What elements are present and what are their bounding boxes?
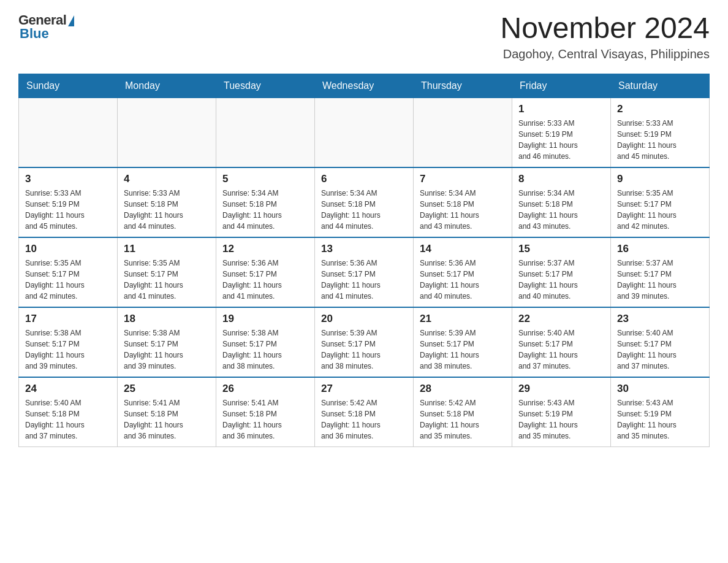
month-title: November 2024: [500, 12, 710, 45]
calendar-cell: 21Sunrise: 5:39 AM Sunset: 5:17 PM Dayli…: [414, 307, 512, 377]
day-info: Sunrise: 5:41 AM Sunset: 5:18 PM Dayligh…: [124, 397, 210, 442]
day-number: 18: [124, 313, 210, 325]
weekday-header-row: SundayMondayTuesdayWednesdayThursdayFrid…: [19, 74, 710, 98]
calendar-body: 1Sunrise: 5:33 AM Sunset: 5:19 PM Daylig…: [19, 98, 710, 446]
day-number: 8: [518, 173, 604, 185]
day-info: Sunrise: 5:40 AM Sunset: 5:17 PM Dayligh…: [617, 327, 703, 372]
day-info: Sunrise: 5:42 AM Sunset: 5:18 PM Dayligh…: [321, 397, 407, 442]
weekday-header-thursday: Thursday: [414, 74, 512, 98]
calendar-cell: 28Sunrise: 5:42 AM Sunset: 5:18 PM Dayli…: [414, 377, 512, 447]
day-info: Sunrise: 5:37 AM Sunset: 5:17 PM Dayligh…: [617, 258, 703, 302]
day-info: Sunrise: 5:40 AM Sunset: 5:18 PM Dayligh…: [25, 397, 111, 442]
day-number: 5: [222, 173, 308, 185]
calendar-cell: 19Sunrise: 5:38 AM Sunset: 5:17 PM Dayli…: [216, 307, 315, 377]
day-info: Sunrise: 5:35 AM Sunset: 5:17 PM Dayligh…: [124, 258, 210, 302]
day-info: Sunrise: 5:37 AM Sunset: 5:17 PM Dayligh…: [518, 258, 604, 302]
day-number: 2: [617, 103, 703, 115]
day-info: Sunrise: 5:33 AM Sunset: 5:19 PM Dayligh…: [617, 118, 703, 162]
day-info: Sunrise: 5:34 AM Sunset: 5:18 PM Dayligh…: [321, 188, 407, 232]
day-info: Sunrise: 5:38 AM Sunset: 5:17 PM Dayligh…: [222, 327, 308, 372]
day-number: 4: [124, 173, 210, 185]
calendar-cell: 25Sunrise: 5:41 AM Sunset: 5:18 PM Dayli…: [118, 377, 216, 447]
calendar-header: SundayMondayTuesdayWednesdayThursdayFrid…: [19, 74, 710, 98]
day-info: Sunrise: 5:39 AM Sunset: 5:17 PM Dayligh…: [321, 327, 407, 372]
day-number: 14: [420, 243, 506, 255]
day-number: 1: [518, 103, 604, 115]
calendar-cell: 7Sunrise: 5:34 AM Sunset: 5:18 PM Daylig…: [414, 167, 512, 237]
weekday-header-tuesday: Tuesday: [216, 74, 315, 98]
calendar-cell: [216, 98, 315, 167]
day-number: 21: [420, 313, 506, 325]
day-info: Sunrise: 5:33 AM Sunset: 5:18 PM Dayligh…: [124, 188, 210, 232]
calendar-cell: 29Sunrise: 5:43 AM Sunset: 5:19 PM Dayli…: [512, 377, 611, 447]
weekday-header-wednesday: Wednesday: [315, 74, 414, 98]
calendar-cell: [19, 98, 118, 167]
weekday-header-monday: Monday: [118, 74, 216, 98]
calendar-cell: 20Sunrise: 5:39 AM Sunset: 5:17 PM Dayli…: [315, 307, 414, 377]
calendar-cell: 22Sunrise: 5:40 AM Sunset: 5:17 PM Dayli…: [512, 307, 611, 377]
day-number: 15: [518, 243, 604, 255]
calendar-cell: 11Sunrise: 5:35 AM Sunset: 5:17 PM Dayli…: [118, 237, 216, 307]
day-number: 29: [518, 383, 604, 395]
day-number: 24: [25, 383, 111, 395]
calendar-week-row: 3Sunrise: 5:33 AM Sunset: 5:19 PM Daylig…: [19, 167, 710, 237]
calendar-cell: 30Sunrise: 5:43 AM Sunset: 5:19 PM Dayli…: [611, 377, 710, 447]
logo: General Blue: [18, 12, 74, 42]
calendar-cell: 1Sunrise: 5:33 AM Sunset: 5:19 PM Daylig…: [512, 98, 611, 167]
calendar-cell: 3Sunrise: 5:33 AM Sunset: 5:19 PM Daylig…: [19, 167, 118, 237]
day-info: Sunrise: 5:35 AM Sunset: 5:17 PM Dayligh…: [25, 258, 111, 302]
day-number: 11: [124, 243, 210, 255]
day-info: Sunrise: 5:33 AM Sunset: 5:19 PM Dayligh…: [25, 188, 111, 232]
day-number: 23: [617, 313, 703, 325]
logo-triangle-icon: [68, 15, 74, 26]
calendar-cell: 4Sunrise: 5:33 AM Sunset: 5:18 PM Daylig…: [118, 167, 216, 237]
weekday-header-saturday: Saturday: [611, 74, 710, 98]
calendar-table: SundayMondayTuesdayWednesdayThursdayFrid…: [18, 74, 710, 447]
day-number: 9: [617, 173, 703, 185]
page-header: General Blue November 2024 Dagohoy, Cent…: [18, 12, 710, 61]
calendar-cell: [118, 98, 216, 167]
day-info: Sunrise: 5:36 AM Sunset: 5:17 PM Dayligh…: [420, 258, 506, 302]
calendar-cell: 23Sunrise: 5:40 AM Sunset: 5:17 PM Dayli…: [611, 307, 710, 377]
day-number: 20: [321, 313, 407, 325]
calendar-cell: 16Sunrise: 5:37 AM Sunset: 5:17 PM Dayli…: [611, 237, 710, 307]
day-info: Sunrise: 5:41 AM Sunset: 5:18 PM Dayligh…: [222, 397, 308, 442]
calendar-cell: 27Sunrise: 5:42 AM Sunset: 5:18 PM Dayli…: [315, 377, 414, 447]
calendar-cell: [315, 98, 414, 167]
day-info: Sunrise: 5:33 AM Sunset: 5:19 PM Dayligh…: [518, 118, 604, 162]
day-info: Sunrise: 5:40 AM Sunset: 5:17 PM Dayligh…: [518, 327, 604, 372]
calendar-cell: 14Sunrise: 5:36 AM Sunset: 5:17 PM Dayli…: [414, 237, 512, 307]
calendar-cell: 8Sunrise: 5:34 AM Sunset: 5:18 PM Daylig…: [512, 167, 611, 237]
day-number: 13: [321, 243, 407, 255]
calendar-cell: [414, 98, 512, 167]
day-number: 10: [25, 243, 111, 255]
calendar-week-row: 24Sunrise: 5:40 AM Sunset: 5:18 PM Dayli…: [19, 377, 710, 447]
calendar-week-row: 10Sunrise: 5:35 AM Sunset: 5:17 PM Dayli…: [19, 237, 710, 307]
calendar-week-row: 17Sunrise: 5:38 AM Sunset: 5:17 PM Dayli…: [19, 307, 710, 377]
day-number: 12: [222, 243, 308, 255]
day-info: Sunrise: 5:34 AM Sunset: 5:18 PM Dayligh…: [518, 188, 604, 232]
day-number: 27: [321, 383, 407, 395]
day-info: Sunrise: 5:39 AM Sunset: 5:17 PM Dayligh…: [420, 327, 506, 372]
day-info: Sunrise: 5:34 AM Sunset: 5:18 PM Dayligh…: [222, 188, 308, 232]
day-number: 3: [25, 173, 111, 185]
calendar-cell: 13Sunrise: 5:36 AM Sunset: 5:17 PM Dayli…: [315, 237, 414, 307]
calendar-cell: 10Sunrise: 5:35 AM Sunset: 5:17 PM Dayli…: [19, 237, 118, 307]
logo-blue-text: Blue: [20, 26, 49, 42]
weekday-header-sunday: Sunday: [19, 74, 118, 98]
calendar-cell: 17Sunrise: 5:38 AM Sunset: 5:17 PM Dayli…: [19, 307, 118, 377]
calendar-cell: 2Sunrise: 5:33 AM Sunset: 5:19 PM Daylig…: [611, 98, 710, 167]
location-title: Dagohoy, Central Visayas, Philippines: [500, 47, 710, 61]
day-info: Sunrise: 5:34 AM Sunset: 5:18 PM Dayligh…: [420, 188, 506, 232]
day-info: Sunrise: 5:43 AM Sunset: 5:19 PM Dayligh…: [617, 397, 703, 442]
day-info: Sunrise: 5:38 AM Sunset: 5:17 PM Dayligh…: [25, 327, 111, 372]
day-info: Sunrise: 5:38 AM Sunset: 5:17 PM Dayligh…: [124, 327, 210, 372]
calendar-cell: 5Sunrise: 5:34 AM Sunset: 5:18 PM Daylig…: [216, 167, 315, 237]
calendar-cell: 9Sunrise: 5:35 AM Sunset: 5:17 PM Daylig…: [611, 167, 710, 237]
calendar-cell: 24Sunrise: 5:40 AM Sunset: 5:18 PM Dayli…: [19, 377, 118, 447]
day-number: 28: [420, 383, 506, 395]
day-info: Sunrise: 5:43 AM Sunset: 5:19 PM Dayligh…: [518, 397, 604, 442]
day-info: Sunrise: 5:35 AM Sunset: 5:17 PM Dayligh…: [617, 188, 703, 232]
title-section: November 2024 Dagohoy, Central Visayas, …: [500, 12, 710, 61]
day-info: Sunrise: 5:42 AM Sunset: 5:18 PM Dayligh…: [420, 397, 506, 442]
